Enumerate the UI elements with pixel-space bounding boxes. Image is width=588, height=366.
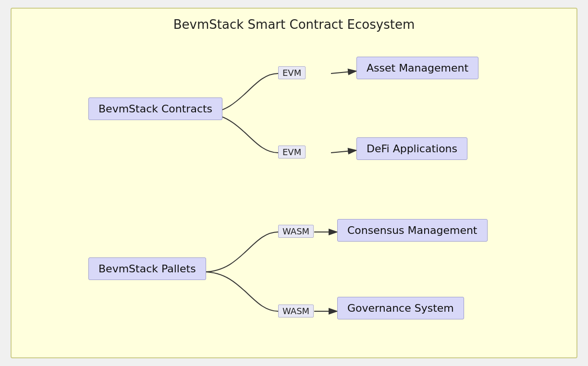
diagram-title: BevmStack Smart Contract Ecosystem: [12, 9, 576, 32]
node-asset-management: Asset Management: [356, 57, 478, 79]
node-defi-applications: DeFi Applications: [356, 137, 467, 160]
label-evm-top: EVM: [278, 66, 306, 79]
node-governance-system: Governance System: [337, 297, 464, 319]
node-bevmstack-contracts: BevmStack Contracts: [88, 98, 222, 120]
label-wasm-top: WASM: [278, 225, 314, 238]
label-evm-bottom: EVM: [278, 146, 306, 159]
node-bevmstack-pallets: BevmStack Pallets: [88, 257, 206, 280]
label-wasm-bottom: WASM: [278, 305, 314, 317]
diagram-container: BevmStack Smart Contract Ecosystem BevmS…: [11, 8, 577, 358]
node-consensus-management: Consensus Management: [337, 219, 488, 242]
